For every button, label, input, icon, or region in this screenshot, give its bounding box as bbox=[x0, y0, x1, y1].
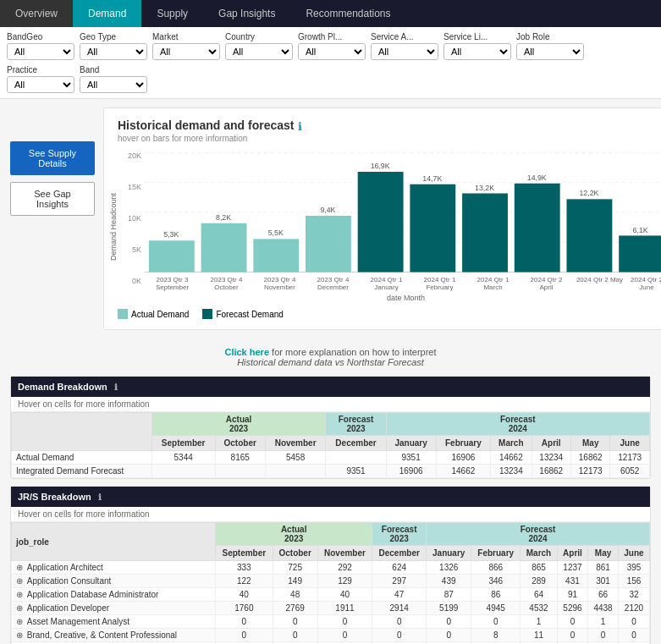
table-row: ⊕ Application Developer17602769191129145… bbox=[12, 602, 650, 615]
jrs-cell: 0 bbox=[317, 615, 372, 629]
forecast-2024-header: Forecast2024 bbox=[386, 413, 649, 436]
table-row: ⊕ Application Architect33372529262413268… bbox=[12, 561, 650, 575]
filter-country-select[interactable]: All bbox=[225, 43, 293, 60]
expand-icon[interactable]: ⊕ bbox=[16, 576, 25, 586]
cell-actual-mar: 14662 bbox=[491, 451, 532, 465]
jrs-cell: 32 bbox=[618, 588, 649, 602]
jrs-cell: 0 bbox=[618, 615, 649, 629]
filter-country-label: Country bbox=[225, 32, 293, 41]
gap-button[interactable]: See Gap Insights bbox=[10, 182, 95, 216]
filter-bandgeo-label: BandGeo bbox=[7, 32, 74, 41]
jrs-breakdown-info-icon[interactable]: ℹ bbox=[98, 493, 102, 502]
col-dec: December bbox=[326, 436, 386, 451]
filter-band-select[interactable]: All bbox=[80, 76, 147, 93]
jrs-cell: 87 bbox=[427, 588, 471, 602]
filter-jobrole-label: Job Role bbox=[516, 32, 584, 41]
jrs-cell: 40 bbox=[317, 588, 372, 602]
cell-integ-nov bbox=[265, 465, 326, 478]
filter-geotype-select[interactable]: All bbox=[80, 43, 147, 60]
jrs-cell: 66 bbox=[588, 588, 619, 602]
filter-jobrole-select[interactable]: All bbox=[516, 43, 584, 60]
click-sub-text: Historical demand data vs Northstar Fore… bbox=[237, 357, 424, 367]
jrs-col-apr: April bbox=[557, 546, 587, 561]
jrs-cell: 40 bbox=[216, 588, 273, 602]
svg-text:8,2K: 8,2K bbox=[216, 213, 231, 222]
jrs-cell: 431 bbox=[557, 575, 587, 588]
jrs-role-label: ⊕ Application Developer bbox=[12, 602, 216, 615]
jrs-role-label: ⊕ Brand, Creative, & Content Professiona… bbox=[12, 629, 216, 642]
filter-service-a: Service A... All bbox=[371, 32, 438, 60]
jrs-cell: 129 bbox=[317, 575, 372, 588]
click-section: Click here for more explanation on how t… bbox=[10, 347, 651, 367]
col-sep: September bbox=[151, 436, 215, 451]
jrs-cell: 5199 bbox=[427, 602, 471, 615]
jrs-breakdown-title: JR/S Breakdown bbox=[18, 492, 91, 502]
jrs-cell: 297 bbox=[372, 575, 427, 588]
jrs-cell: 0 bbox=[471, 615, 521, 629]
filter-practice-select[interactable]: All bbox=[7, 76, 74, 93]
supply-button[interactable]: See Supply Details bbox=[10, 141, 95, 175]
cell-actual-oct: 8165 bbox=[215, 451, 265, 465]
expand-icon[interactable]: ⊕ bbox=[16, 590, 25, 599]
jrs-cell: 2769 bbox=[273, 602, 317, 615]
legend-forecast: Forecast Demand bbox=[202, 309, 283, 319]
cell-integ-may: 12173 bbox=[570, 465, 609, 478]
filter-service-a-select[interactable]: All bbox=[371, 43, 438, 60]
cell-integ-apr: 16862 bbox=[532, 465, 570, 478]
legend-actual-box bbox=[118, 309, 128, 319]
jrs-cell: 0 bbox=[372, 629, 427, 642]
expand-icon[interactable]: ⊕ bbox=[16, 630, 25, 640]
jrs-breakdown-section: JR/S Breakdown ℹ Hover on cells for more… bbox=[10, 486, 651, 644]
filter-bar: BandGeo All Geo Type All Market All Coun… bbox=[0, 27, 661, 99]
demand-breakdown-table: Actual2023 Forecast2023 Forecast2024 Sep… bbox=[11, 412, 650, 478]
demand-breakdown-hover-text: Hover on cells for more information bbox=[11, 397, 650, 412]
jrs-cell: 2914 bbox=[372, 602, 427, 615]
cell-integ-dec: 9351 bbox=[326, 465, 386, 478]
jrs-col-empty: job_role bbox=[12, 523, 216, 561]
expand-icon[interactable]: ⊕ bbox=[16, 603, 25, 613]
filter-service-li-select[interactable]: All bbox=[443, 43, 511, 60]
filter-market-select[interactable]: All bbox=[152, 43, 220, 60]
cell-actual-sep: 5344 bbox=[151, 451, 215, 465]
jrs-cell: 0 bbox=[427, 615, 471, 629]
svg-text:12,2K: 12,2K bbox=[579, 189, 598, 197]
jrs-cell: 0 bbox=[216, 615, 273, 629]
click-link[interactable]: Click here bbox=[224, 347, 269, 357]
jrs-breakdown-table: job_role Actual2023 Forecast2023 Forecas… bbox=[11, 522, 650, 644]
jrs-cell: 86 bbox=[471, 588, 521, 602]
expand-icon[interactable]: ⊕ bbox=[16, 617, 25, 626]
jrs-cell: 1911 bbox=[317, 602, 372, 615]
col-apr: April bbox=[532, 436, 570, 451]
expand-icon[interactable]: ⊕ bbox=[16, 563, 25, 572]
jrs-cell: 4438 bbox=[588, 602, 619, 615]
cell-integ-jun: 6052 bbox=[610, 465, 650, 478]
table-row: ⊕ Application Database Administrator4048… bbox=[12, 588, 650, 602]
svg-text:5,5K: 5,5K bbox=[268, 228, 284, 237]
jrs-cell: 866 bbox=[471, 561, 521, 575]
nav-overview[interactable]: Overview bbox=[0, 0, 73, 27]
filter-bandgeo-select[interactable]: All bbox=[7, 43, 74, 60]
col-mar: March bbox=[491, 436, 532, 451]
filter-geotype: Geo Type All bbox=[80, 32, 147, 60]
chart-info-icon[interactable]: ℹ bbox=[298, 120, 302, 133]
nav-recommendations[interactable]: Recommendations bbox=[290, 0, 405, 27]
cell-actual-feb: 16906 bbox=[436, 451, 490, 465]
chart-section: Historical demand and forecast ℹ hover o… bbox=[103, 107, 661, 330]
svg-text:14,9K: 14,9K bbox=[527, 173, 547, 182]
jrs-cell: 395 bbox=[618, 561, 649, 575]
cell-actual-jan: 9351 bbox=[386, 451, 436, 465]
cell-actual-apr: 13234 bbox=[532, 451, 570, 465]
cell-integ-oct bbox=[215, 465, 265, 478]
table-row: Actual Demand 5344 8165 5458 9351 16906 … bbox=[12, 451, 650, 465]
nav-demand[interactable]: Demand bbox=[73, 0, 141, 27]
demand-breakdown-info-icon[interactable]: ℹ bbox=[114, 383, 118, 392]
nav-supply[interactable]: Supply bbox=[141, 0, 203, 27]
cell-actual-nov: 5458 bbox=[265, 451, 326, 465]
jrs-cell: 439 bbox=[427, 575, 471, 588]
jrs-cell: 0 bbox=[273, 629, 317, 642]
filter-growth-select[interactable]: All bbox=[298, 43, 366, 60]
jrs-cell: 156 bbox=[618, 575, 649, 588]
jrs-role-label: ⊕ Application Consultant bbox=[12, 575, 216, 588]
nav-gap-insights[interactable]: Gap Insights bbox=[203, 0, 290, 27]
svg-rect-9 bbox=[253, 239, 299, 272]
